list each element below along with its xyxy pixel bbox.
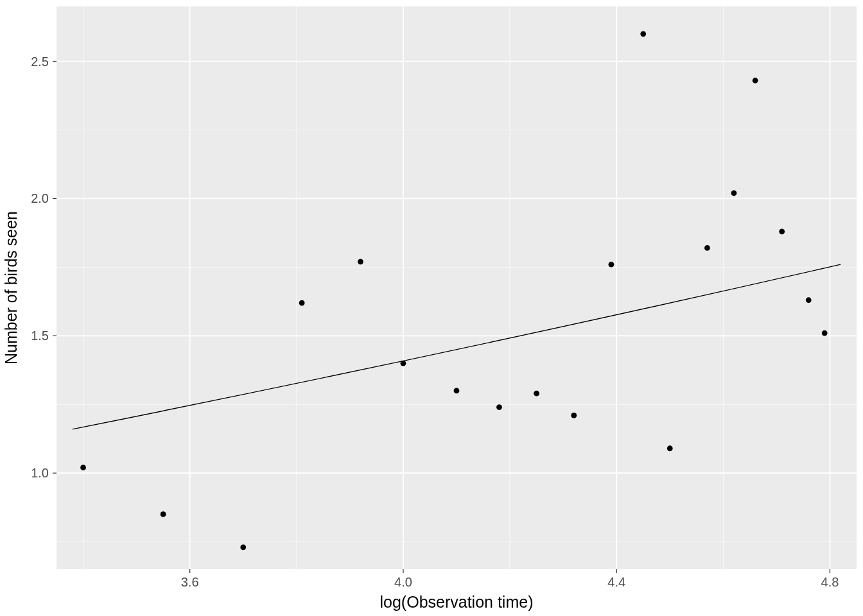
- data-point: [640, 31, 646, 37]
- x-tick-label: 4.0: [394, 575, 412, 589]
- data-point: [240, 544, 246, 550]
- x-tick-label: 4.8: [821, 575, 839, 589]
- y-tick-label: 2.0: [31, 191, 49, 205]
- data-point: [667, 445, 673, 451]
- data-point: [608, 262, 614, 268]
- scatter-chart: 3.64.04.44.81.01.52.02.5log(Observation …: [0, 0, 863, 616]
- y-tick-label: 2.5: [31, 55, 49, 69]
- data-point: [358, 259, 363, 264]
- data-point: [534, 391, 539, 397]
- data-point: [80, 465, 86, 470]
- data-point: [806, 297, 812, 303]
- x-tick-label: 4.4: [607, 575, 625, 589]
- data-point: [753, 78, 758, 83]
- y-tick-label: 1.5: [31, 329, 49, 343]
- data-point: [731, 191, 737, 196]
- data-point: [779, 228, 785, 234]
- x-axis-label: log(Observation time): [380, 593, 534, 611]
- y-axis-label: Number of birds seen: [2, 211, 20, 364]
- y-tick-label: 1.0: [31, 466, 49, 480]
- data-point: [161, 511, 166, 517]
- data-point: [496, 404, 502, 410]
- data-point: [822, 330, 828, 336]
- data-point: [571, 413, 577, 418]
- chart-svg: 3.64.04.44.81.01.52.02.5log(Observation …: [0, 0, 863, 616]
- data-point: [454, 388, 460, 394]
- x-tick-label: 3.6: [181, 575, 199, 589]
- data-point: [299, 300, 305, 306]
- data-point: [401, 361, 406, 366]
- data-point: [704, 245, 710, 251]
